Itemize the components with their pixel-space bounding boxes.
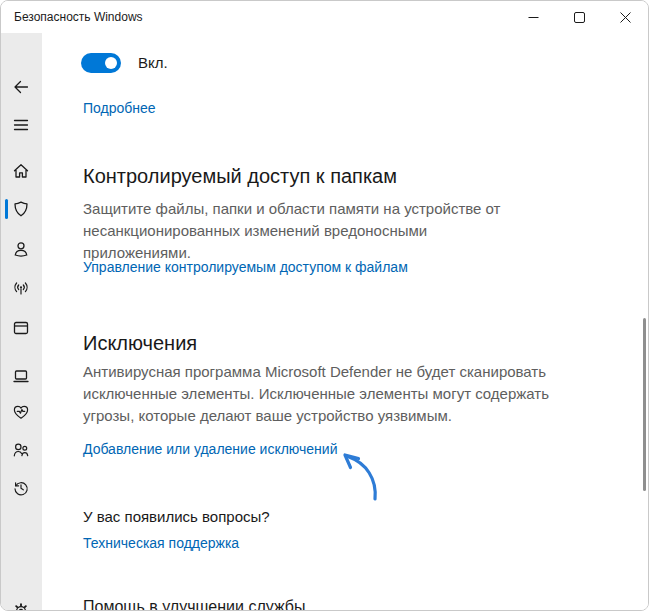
menu-button[interactable] bbox=[11, 115, 31, 135]
settings-gear-icon bbox=[11, 601, 31, 611]
back-arrow-icon bbox=[11, 77, 31, 97]
sidebar-item-network-protection[interactable] bbox=[11, 278, 31, 298]
window-title: Безопасность Windows bbox=[14, 1, 143, 33]
questions-heading: У вас появились вопросы? bbox=[83, 508, 270, 525]
sidebar-item-protection-history[interactable] bbox=[11, 478, 31, 498]
family-icon bbox=[11, 440, 31, 460]
manage-controlled-access-link[interactable]: Управление контролируемым доступом к фай… bbox=[83, 259, 408, 275]
home-icon bbox=[11, 161, 31, 181]
section-body-controlled-folder-access: Защитите файлы, папки и области памяти н… bbox=[83, 198, 520, 264]
account-icon bbox=[11, 239, 31, 259]
sidebar-item-app-browser-control[interactable] bbox=[11, 318, 31, 338]
device-security-icon bbox=[11, 366, 31, 386]
details-link[interactable]: Подробнее bbox=[83, 100, 156, 116]
annotation-arrow-icon bbox=[331, 446, 401, 506]
add-remove-exclusions-link[interactable]: Добавление или удаление исключений bbox=[83, 441, 338, 457]
sidebar-nav bbox=[1, 33, 42, 610]
titlebar: Безопасность Windows bbox=[1, 1, 648, 33]
sidebar-item-virus-protection[interactable] bbox=[11, 199, 31, 219]
section-body-exclusions: Антивирусная программа Microsoft Defende… bbox=[83, 361, 561, 427]
sidebar-item-home[interactable] bbox=[11, 161, 31, 181]
back-button[interactable] bbox=[11, 77, 31, 97]
section-heading-exclusions: Исключения bbox=[83, 332, 197, 355]
device-health-icon bbox=[11, 402, 31, 422]
toggle-state-label: Вкл. bbox=[138, 53, 168, 73]
vertical-scrollbar-thumb[interactable] bbox=[643, 318, 646, 491]
network-protection-icon bbox=[11, 278, 31, 298]
minimize-button[interactable] bbox=[510, 1, 556, 33]
minimize-icon bbox=[528, 12, 539, 23]
app-browser-icon bbox=[11, 318, 31, 338]
window-controls bbox=[510, 1, 648, 33]
sidebar-item-device-security[interactable] bbox=[11, 366, 31, 386]
windows-security-window: Безопасность Windows bbox=[0, 0, 649, 611]
close-icon bbox=[620, 12, 631, 23]
main-content: Вкл. Подробнее Контролируемый доступ к п… bbox=[42, 33, 648, 610]
protection-toggle[interactable] bbox=[81, 53, 121, 73]
tech-support-link[interactable]: Техническая поддержка bbox=[83, 535, 239, 551]
sidebar-item-family-options[interactable] bbox=[11, 440, 31, 460]
sidebar-item-settings[interactable] bbox=[11, 601, 31, 611]
sidebar-item-device-health[interactable] bbox=[11, 402, 31, 422]
selected-indicator bbox=[5, 199, 8, 219]
toggle-knob-icon bbox=[105, 57, 117, 69]
maximize-icon bbox=[574, 12, 585, 23]
shield-icon bbox=[11, 199, 31, 219]
history-icon bbox=[11, 478, 31, 498]
close-button[interactable] bbox=[602, 1, 648, 33]
footer-partial-heading: Помощь в улучшении службы bbox=[83, 598, 305, 611]
maximize-button[interactable] bbox=[556, 1, 602, 33]
sidebar-item-account-protection[interactable] bbox=[11, 239, 31, 259]
menu-icon bbox=[11, 115, 31, 135]
section-heading-controlled-folder-access: Контролируемый доступ к папкам bbox=[83, 165, 397, 188]
